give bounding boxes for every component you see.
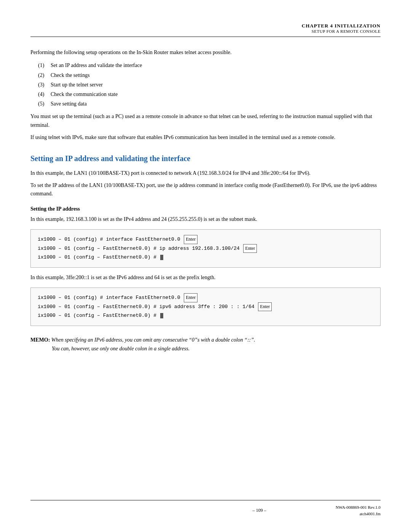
enter-key-1: Enter <box>184 235 198 244</box>
memo-line1: When specifying an IPv6 address, you can… <box>51 337 255 343</box>
intro-para1: Performing the following setup operation… <box>30 48 381 57</box>
memo-block: MEMO: When specifying an IPv6 address, y… <box>30 335 381 354</box>
chapter-title: CHAPTER 4 INITIALIZATION <box>302 23 381 29</box>
filename: atch4001.fm <box>336 511 381 517</box>
cursor-1 <box>160 255 163 260</box>
code-line-3: ix1000 – 01 (config – FastEthernet0.0) # <box>38 311 373 320</box>
list-item: (5) Save setting data <box>38 99 381 109</box>
section1-sub-para2: In this example, 3ffe:200::1 is set as t… <box>30 273 381 282</box>
cursor-2 <box>160 313 163 318</box>
code-text: ix1000 – 01 (config) # interface FastEth… <box>38 295 183 300</box>
footer-divider <box>30 500 381 500</box>
footer-content: – 109 – NWA-008869-001 Rev.1.0 atch4001.… <box>30 504 381 517</box>
list-item: (4) Check the communication state <box>38 89 381 99</box>
page: CHAPTER 4 INITIALIZATION SETUP FOR A REM… <box>0 0 411 532</box>
code-text: ix1000 – 01 (config – FastEthernet0.0) # <box>38 313 159 318</box>
step-num: (4) <box>38 89 48 99</box>
step-text: Start up the telnet server <box>51 80 103 89</box>
code-block-1: ix1000 – 01 (config) # interface FastEth… <box>30 229 381 268</box>
subheading-ip: Setting the IP address <box>30 206 381 212</box>
footer-doc-info: NWA-008869-001 Rev.1.0 atch4001.fm <box>336 504 381 517</box>
memo-line2: You can, however, use only one double co… <box>52 346 190 351</box>
step-num: (3) <box>38 80 48 89</box>
enter-key-4: Enter <box>258 302 272 312</box>
list-item: (2) Check the settings <box>38 70 381 80</box>
list-item: (3) Start up the telnet server <box>38 80 381 89</box>
step-num: (2) <box>38 70 48 80</box>
section1-heading: Setting an IP address and validating the… <box>30 153 381 163</box>
enter-key-2: Enter <box>243 244 257 253</box>
page-header: CHAPTER 4 INITIALIZATION SETUP FOR A REM… <box>30 23 381 37</box>
main-content: Performing the following setup operation… <box>30 48 381 353</box>
step-text: Save setting data <box>51 99 87 109</box>
code-line-2: ix1000 – 01 (config – FastEthernet0.0) #… <box>38 244 373 253</box>
section1-para2: To set the IP address of the LAN1 (10/10… <box>30 181 381 198</box>
intro-para2: You must set up the terminal (such as a … <box>30 112 381 129</box>
chapter-subtitle: SETUP FOR A REMOTE CONSOLE <box>302 29 381 34</box>
page-footer: – 109 – NWA-008869-001 Rev.1.0 atch4001.… <box>0 500 411 517</box>
step-text: Set an IP address and validate the inter… <box>51 61 142 70</box>
doc-number: NWA-008869-001 Rev.1.0 <box>336 504 381 511</box>
list-item: (1) Set an IP address and validate the i… <box>38 61 381 70</box>
code-line-2: ix1000 – 01 (config – FastEthernet0.0) #… <box>38 302 373 312</box>
code-line-1: ix1000 – 01 (config) # interface FastEth… <box>38 235 373 244</box>
code-text: ix1000 – 01 (config) # interface FastEth… <box>38 236 183 242</box>
section1-sub-para1: In this example, 192.168.3.100 is set as… <box>30 215 381 224</box>
step-text: Check the settings <box>51 70 90 80</box>
intro-para3: If using telnet with IPv6, make sure tha… <box>30 133 381 142</box>
step-num: (1) <box>38 61 48 70</box>
page-number: – 109 – <box>183 508 336 513</box>
section1-para1: In this example, the LAN1 (10/100BASE-TX… <box>30 169 381 177</box>
enter-key-3: Enter <box>184 293 198 302</box>
code-line-1: ix1000 – 01 (config) # interface FastEth… <box>38 293 373 302</box>
code-text: ix1000 – 01 (config – FastEthernet0.0) #… <box>38 304 257 310</box>
header-right: CHAPTER 4 INITIALIZATION SETUP FOR A REM… <box>302 23 381 34</box>
code-text: ix1000 – 01 (config – FastEthernet0.0) #… <box>38 246 242 251</box>
memo-label: MEMO: <box>30 337 50 343</box>
steps-list: (1) Set an IP address and validate the i… <box>38 61 381 109</box>
step-num: (5) <box>38 99 48 109</box>
step-text: Check the communication state <box>51 89 118 99</box>
code-text: ix1000 – 01 (config – FastEthernet0.0) # <box>38 254 159 260</box>
code-line-3: ix1000 – 01 (config – FastEthernet0.0) # <box>38 253 373 262</box>
code-block-2: ix1000 – 01 (config) # interface FastEth… <box>30 288 381 326</box>
